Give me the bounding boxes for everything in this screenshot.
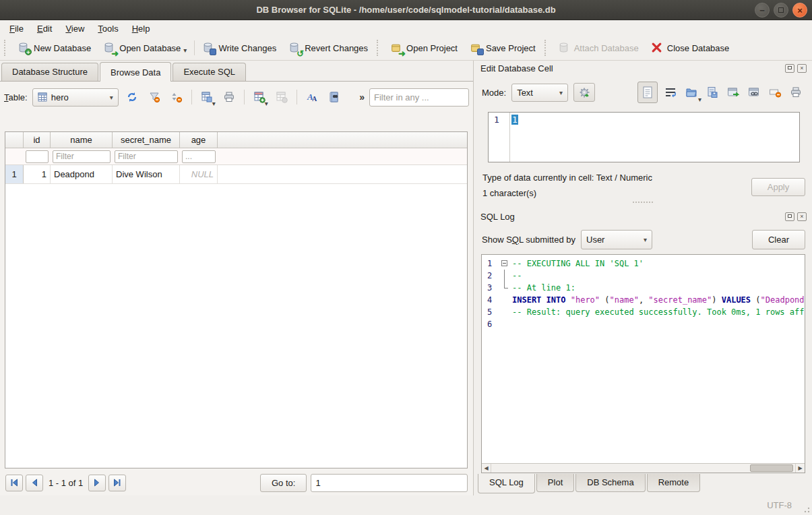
scroll-right-icon[interactable]: ▶ bbox=[795, 464, 805, 473]
print-button[interactable] bbox=[220, 88, 238, 106]
new-database-button[interactable]: + New Database bbox=[11, 39, 97, 57]
auto-switch-mode-button[interactable] bbox=[573, 83, 595, 102]
close-database-button[interactable]: Close Database bbox=[645, 39, 736, 57]
filter-input-name[interactable] bbox=[53, 150, 111, 163]
filter-input-age[interactable] bbox=[182, 150, 216, 163]
word-wrap-button[interactable] bbox=[662, 84, 679, 101]
grid-cell-secret_name[interactable]: Dive Wilson bbox=[113, 165, 180, 183]
column-header-name[interactable]: name bbox=[51, 132, 113, 148]
resize-grip[interactable] bbox=[802, 505, 810, 513]
filter-input-id[interactable] bbox=[26, 150, 49, 163]
last-record-button[interactable] bbox=[108, 475, 126, 491]
line-number: 5 bbox=[482, 306, 499, 318]
fold-margin bbox=[499, 318, 509, 330]
filter-input-secret-name[interactable] bbox=[115, 150, 178, 163]
save-project-button[interactable]: Save Project bbox=[464, 39, 542, 57]
chevron-down-icon: ▾ bbox=[644, 236, 647, 243]
next-record-button[interactable] bbox=[88, 475, 106, 491]
toolbar-drag-handle[interactable] bbox=[544, 40, 548, 56]
tab-browse-data[interactable]: Browse Data bbox=[100, 62, 171, 82]
menubar: File Edit View Tools Help bbox=[0, 21, 812, 36]
grid-cell-name[interactable]: Deadpond bbox=[51, 165, 113, 183]
scrollbar-thumb[interactable] bbox=[750, 464, 794, 472]
chevron-down-icon: ▾ bbox=[212, 100, 216, 107]
column-header-secret-name[interactable]: secret_name bbox=[113, 132, 180, 148]
find-in-cells-button[interactable] bbox=[325, 88, 343, 106]
menu-help[interactable]: Help bbox=[125, 22, 157, 35]
toolbar-overflow-button[interactable]: » bbox=[359, 92, 365, 102]
edit-database-cell-section: Edit Database Cell × Mode: Text ▾ bbox=[474, 61, 812, 77]
grid-header: id name secret_name age bbox=[5, 132, 467, 148]
open-database-button[interactable]: ➜ Open Database ▾ bbox=[97, 39, 193, 57]
cell-editor[interactable]: 1 1 bbox=[488, 112, 800, 162]
float-dock-button[interactable] bbox=[785, 64, 794, 73]
insert-record-button[interactable]: ▾ bbox=[251, 88, 268, 106]
dock-tab-db-schema[interactable]: DB Schema bbox=[575, 474, 645, 492]
menu-tools[interactable]: Tools bbox=[91, 22, 125, 35]
text-mode-toggle-button[interactable] bbox=[637, 82, 658, 103]
toolbar-drag-handle[interactable] bbox=[377, 40, 380, 56]
sql-log-hscrollbar[interactable]: ◀ ▶ bbox=[482, 463, 805, 473]
submitted-by-select[interactable]: User ▾ bbox=[581, 230, 652, 249]
goto-button[interactable]: Go to: bbox=[260, 474, 307, 492]
first-record-button[interactable] bbox=[5, 475, 23, 491]
grid-rows: 11DeadpondDive WilsonNULL bbox=[5, 165, 467, 184]
set-null-button[interactable] bbox=[767, 84, 783, 101]
mode-select[interactable]: Text ▾ bbox=[511, 84, 568, 102]
close-button[interactable]: × bbox=[792, 3, 807, 18]
maximize-button[interactable] bbox=[774, 3, 788, 18]
toolbar-drag-handle[interactable] bbox=[4, 40, 7, 56]
encoding-label: UTF-8 bbox=[767, 500, 792, 510]
open-project-button[interactable]: ➜ Open Project bbox=[384, 39, 464, 57]
goto-record-input[interactable] bbox=[311, 474, 468, 492]
table-row[interactable]: 11DeadpondDive WilsonNULL bbox=[5, 165, 467, 184]
table-select[interactable]: hero ▾ bbox=[32, 88, 119, 107]
close-dock-button[interactable]: × bbox=[797, 212, 807, 221]
browse-toolbar: Table: hero ▾ ▾ bbox=[4, 84, 469, 110]
scroll-left-icon[interactable]: ◀ bbox=[482, 464, 491, 473]
tab-database-structure[interactable]: Database Structure bbox=[1, 63, 98, 81]
save-document-icon bbox=[706, 86, 718, 98]
previous-record-button[interactable] bbox=[26, 475, 43, 491]
copy-link-button[interactable] bbox=[746, 84, 762, 101]
column-header-age[interactable]: age bbox=[180, 132, 218, 148]
tab-execute-sql[interactable]: Execute SQL bbox=[173, 63, 246, 81]
float-dock-button[interactable] bbox=[785, 212, 794, 221]
dock-tab-remote[interactable]: Remote bbox=[647, 474, 701, 492]
close-dock-button[interactable]: × bbox=[797, 64, 807, 73]
edit-display-font-button[interactable]: AA bbox=[303, 88, 321, 106]
fold-marker bbox=[499, 270, 509, 282]
open-in-external-button[interactable] bbox=[725, 84, 741, 101]
dock-tab-sql-log[interactable]: SQL Log bbox=[478, 474, 535, 493]
grid-cell-age[interactable]: NULL bbox=[180, 165, 218, 183]
row-header[interactable]: 1 bbox=[5, 165, 24, 183]
dock-tab-plot[interactable]: Plot bbox=[536, 474, 574, 492]
menu-view[interactable]: View bbox=[59, 22, 91, 35]
filter-any-column-input[interactable] bbox=[369, 88, 469, 107]
clear-log-button[interactable]: Clear bbox=[752, 230, 805, 249]
column-header-id[interactable]: id bbox=[24, 132, 51, 148]
chevron-down-icon: ▾ bbox=[698, 96, 701, 103]
minimize-button[interactable]: − bbox=[755, 3, 770, 18]
attach-database-icon bbox=[558, 42, 570, 54]
write-changes-button[interactable]: Write Changes bbox=[196, 39, 282, 57]
print-cell-button[interactable] bbox=[788, 84, 804, 101]
save-table-button[interactable]: ▾ bbox=[198, 88, 216, 106]
refresh-icon bbox=[126, 91, 138, 103]
refresh-button[interactable] bbox=[123, 88, 141, 106]
svg-text:A: A bbox=[312, 95, 317, 102]
revert-changes-button[interactable]: ↺ Revert Changes bbox=[282, 39, 374, 57]
import-data-button[interactable]: ▾ bbox=[683, 84, 699, 101]
print-icon bbox=[223, 91, 235, 103]
cell-editor-line-number: 1 bbox=[489, 113, 510, 162]
export-data-button[interactable] bbox=[704, 84, 720, 101]
grid-cell-id[interactable]: 1 bbox=[24, 165, 51, 183]
clear-filters-button[interactable] bbox=[146, 88, 163, 106]
menu-edit[interactable]: Edit bbox=[30, 22, 59, 35]
menu-file[interactable]: File bbox=[3, 22, 30, 35]
show-sql-label: Show SQL submitted by bbox=[482, 235, 575, 245]
fold-marker[interactable] bbox=[499, 258, 509, 270]
open-database-dropdown-icon[interactable]: ▾ bbox=[183, 47, 187, 54]
sql-log-view[interactable]: 1-- EXECUTING ALL IN 'SQL 1'2--3-- At li… bbox=[481, 254, 805, 473]
clear-sorting-button[interactable] bbox=[168, 88, 185, 106]
